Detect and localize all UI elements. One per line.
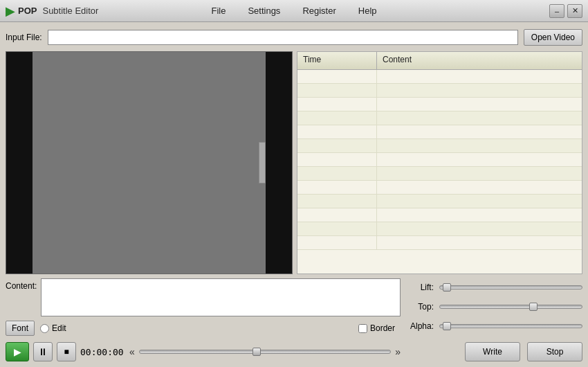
top-thumb [529, 303, 538, 311]
td-time [297, 111, 377, 125]
time-display: 00:00:00 [80, 347, 125, 357]
pause-icon: ⏸ [38, 346, 48, 357]
top-label: Top: [406, 302, 434, 312]
border-label: Border [370, 323, 395, 333]
table-row[interactable] [297, 70, 582, 84]
input-file-field[interactable] [48, 30, 518, 45]
open-video-button[interactable]: Open Video [524, 29, 582, 46]
seek-forward-button[interactable]: » [395, 346, 401, 357]
menu-settings[interactable]: Settings [245, 4, 283, 17]
table-row[interactable] [297, 236, 582, 250]
td-time [297, 153, 377, 166]
app-icon: ▶ [6, 3, 15, 19]
pause-button[interactable]: ⏸ [33, 342, 53, 361]
lift-label: Lift: [406, 283, 434, 292]
menu-help[interactable]: Help [356, 4, 380, 17]
td-time [297, 181, 377, 194]
alpha-slider-row: Alpha: [406, 319, 582, 334]
td-time [297, 139, 377, 152]
border-checkbox[interactable] [358, 324, 367, 333]
td-content [377, 98, 582, 111]
top-slider-row: Top: [406, 299, 582, 314]
td-time [297, 98, 377, 111]
td-content [377, 167, 582, 180]
bottom-section: Content: Font Edit Border ▶ ⏸ [6, 278, 582, 361]
right-bottom-col: Lift: Top: Alpha: Write [406, 278, 582, 361]
menu-register[interactable]: Register [300, 4, 338, 17]
td-content [377, 84, 582, 97]
td-content [377, 195, 582, 208]
table-row[interactable] [297, 181, 582, 195]
td-time [297, 222, 377, 235]
video-black-left [6, 52, 33, 274]
th-content: Content [377, 52, 582, 69]
font-edit-row: Font Edit Border [6, 319, 401, 337]
table-row[interactable] [297, 98, 582, 111]
video-display [33, 52, 266, 274]
table-body [297, 70, 582, 274]
edit-radio[interactable] [40, 324, 49, 333]
table-row[interactable] [297, 208, 582, 222]
stop-small-button[interactable]: ■ [57, 342, 76, 361]
middle-section: Time Content [6, 51, 582, 274]
td-content [377, 208, 582, 222]
window-controls: – ✕ [549, 4, 582, 18]
alpha-label: Alpha: [406, 321, 434, 331]
table-row[interactable] [297, 84, 582, 98]
stop-button[interactable]: Stop [527, 342, 582, 361]
td-content [377, 222, 582, 235]
th-time: Time [297, 52, 377, 69]
td-content [377, 236, 582, 249]
td-content [377, 153, 582, 166]
table-row[interactable] [297, 195, 582, 208]
td-time [297, 125, 377, 138]
td-time [297, 195, 377, 208]
td-content [377, 111, 582, 125]
table-row[interactable] [297, 153, 582, 167]
table-row[interactable] [297, 111, 582, 125]
td-content [377, 139, 582, 152]
video-black-right [266, 52, 292, 274]
content-textarea[interactable] [41, 278, 401, 316]
td-time [297, 208, 377, 222]
td-time [297, 167, 377, 180]
seek-thumb [252, 348, 261, 356]
table-row[interactable] [297, 222, 582, 236]
td-time [297, 236, 377, 249]
td-content [377, 70, 582, 83]
top-slider[interactable] [439, 305, 582, 309]
video-panel [6, 51, 293, 274]
playback-row: ▶ ⏸ ■ 00:00:00 « » [6, 340, 401, 364]
content-label: Content: [6, 278, 37, 291]
stop-icon: ■ [64, 347, 68, 357]
video-scrollbar[interactable] [259, 142, 266, 184]
app-subtitle: Subtitle Editor [42, 6, 98, 16]
table-header: Time Content [297, 52, 582, 70]
table-row[interactable] [297, 139, 582, 153]
write-button[interactable]: Write [465, 342, 520, 361]
title-bar: ▶ POP Subtitle Editor File Settings Regi… [0, 0, 588, 22]
alpha-slider[interactable] [439, 324, 582, 328]
menu-file[interactable]: File [208, 4, 228, 17]
lift-thumb [443, 283, 451, 292]
td-content [377, 125, 582, 138]
edit-radio-label: Edit [40, 323, 66, 333]
seek-slider[interactable] [139, 350, 391, 354]
table-row[interactable] [297, 167, 582, 181]
close-button[interactable]: ✕ [567, 4, 582, 18]
table-row[interactable] [297, 125, 582, 139]
subtitle-table-panel: Time Content [297, 51, 582, 274]
main-container: Input File: Open Video Time Content [0, 22, 588, 367]
edit-label: Edit [52, 323, 66, 333]
minimize-button[interactable]: – [549, 4, 564, 18]
play-button[interactable]: ▶ [6, 342, 29, 361]
app-name: POP [18, 6, 37, 16]
input-file-label: Input File: [6, 33, 42, 42]
app-logo: ▶ POP Subtitle Editor [6, 3, 98, 19]
td-time [297, 70, 377, 83]
menu-bar: File Settings Register Help [208, 4, 379, 17]
font-button[interactable]: Font [6, 321, 35, 336]
td-time [297, 84, 377, 97]
lift-slider[interactable] [439, 285, 582, 289]
seek-back-button[interactable]: « [129, 346, 135, 357]
